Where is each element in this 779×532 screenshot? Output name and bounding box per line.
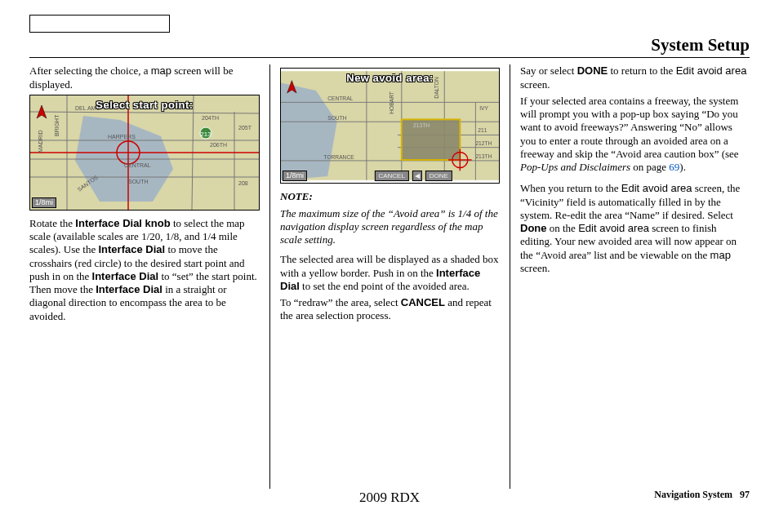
column-1: After selecting the choice, a map screen… <box>29 64 269 489</box>
svg-text:213TH: 213TH <box>413 122 430 128</box>
col1-para2: Rotate the Interface Dial knob to select… <box>29 217 260 323</box>
map2-arrow: ◀ <box>412 171 422 181</box>
map-figure-1: 213 DEL AMO HARPERS CENTRAL SOUTH MADRID… <box>29 95 260 211</box>
svg-text:CENTRAL: CENTRAL <box>327 96 353 102</box>
svg-text:SOUTH: SOUTH <box>327 116 346 122</box>
map1-scale: 1/8mi <box>32 197 56 208</box>
map2-buttons: CANCEL ◀ DONE <box>374 171 452 181</box>
header-empty-box <box>29 15 170 33</box>
column-2: CENTRAL SOUTH TORRANCE HOBART DALTON IVY… <box>269 64 510 489</box>
svg-text:213: 213 <box>200 131 211 138</box>
title-rule <box>29 57 750 58</box>
col3-para1: Say or select DONE to return to the Edit… <box>520 64 750 91</box>
map-figure-2: CENTRAL SOUTH TORRANCE HOBART DALTON IVY… <box>280 68 500 184</box>
col2-para1: The selected area will be displayed as a… <box>280 253 500 293</box>
map1-svg: 213 DEL AMO HARPERS CENTRAL SOUTH MADRID… <box>30 95 259 210</box>
svg-text:MADRID: MADRID <box>38 130 43 153</box>
svg-text:HOBART: HOBART <box>389 91 394 114</box>
svg-text:204TH: 204TH <box>202 115 219 121</box>
page-link-69[interactable]: 69 <box>669 161 679 173</box>
column-3: Say or select DONE to return to the Edit… <box>510 64 750 489</box>
svg-text:CENTRAL: CENTRAL <box>124 162 151 168</box>
svg-text:206TH: 206TH <box>210 142 227 148</box>
page-title: System Setup <box>29 34 750 55</box>
svg-text:213TH: 213TH <box>475 153 492 159</box>
map1-title: Select start point: <box>30 99 259 112</box>
col1-para1: After selecting the choice, a map screen… <box>29 64 260 91</box>
svg-rect-37 <box>402 120 461 161</box>
map2-svg: CENTRAL SOUTH TORRANCE HOBART DALTON IVY… <box>281 69 499 183</box>
footer: 2009 RDX Navigation System 97 <box>29 489 750 505</box>
svg-text:SOUTH: SOUTH <box>128 179 149 184</box>
map2-done-button: DONE <box>425 171 452 181</box>
svg-text:HARPERS: HARPERS <box>108 134 136 140</box>
svg-text:TORRANCE: TORRANCE <box>323 154 354 160</box>
col3-para2: If your selected area contains a freeway… <box>520 95 750 175</box>
svg-text:211: 211 <box>478 127 487 133</box>
svg-text:IVY: IVY <box>479 105 488 111</box>
map2-scale: 1/8mi <box>283 171 307 181</box>
svg-text:205T: 205T <box>238 125 252 131</box>
note-label: NOTE: <box>280 190 500 203</box>
map2-title: New avoid area: <box>281 72 499 85</box>
svg-text:BRIGHT: BRIGHT <box>54 114 60 136</box>
footer-model: 2009 RDX <box>29 489 750 506</box>
col3-para3: When you return to the Edit avoid area s… <box>520 182 750 275</box>
columns: After selecting the choice, a map screen… <box>29 64 750 489</box>
col2-para2: To “redraw” the area, select CANCEL and … <box>280 296 500 323</box>
svg-text:208: 208 <box>238 180 248 186</box>
note-block: NOTE: The maximum size of the “Avoid are… <box>280 190 500 246</box>
map2-cancel-button: CANCEL <box>374 171 408 181</box>
svg-text:212TH: 212TH <box>475 140 492 146</box>
note-text: The maximum size of the “Avoid area” is … <box>280 207 500 247</box>
